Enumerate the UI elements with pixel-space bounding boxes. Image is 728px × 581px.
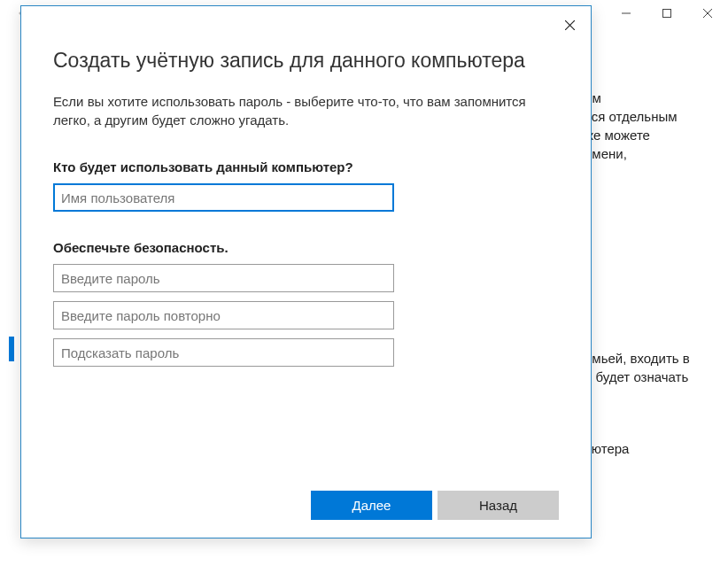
bg-text-line: емени, <box>585 144 728 163</box>
password-input[interactable] <box>53 264 394 292</box>
bg-text-line: емьей, входить в <box>585 349 728 368</box>
bg-text-line: же можете <box>585 126 728 144</box>
username-input[interactable] <box>53 183 394 212</box>
dialog-close-button[interactable] <box>554 12 585 38</box>
bg-text-line: ьютера <box>585 439 728 458</box>
bg-text-line: им <box>585 89 728 107</box>
bg-text-line: ься отдельным <box>585 107 728 126</box>
next-button[interactable]: Далее <box>311 491 432 520</box>
password-hint-input[interactable] <box>53 338 394 367</box>
back-button[interactable]: Назад <box>438 491 559 520</box>
window-controls <box>606 0 728 27</box>
svg-rect-1 <box>663 10 671 18</box>
maximize-button[interactable] <box>647 0 687 27</box>
close-button[interactable] <box>687 0 728 27</box>
minimize-button[interactable] <box>606 0 647 27</box>
create-account-dialog: Создать учётную запись для данного компь… <box>20 5 592 538</box>
bg-text-line: е будет означать <box>585 368 728 386</box>
dialog-description: Если вы хотите использовать пароль - выб… <box>53 92 549 129</box>
dialog-title: Создать учётную запись для данного компь… <box>53 49 559 73</box>
password-confirm-input[interactable] <box>53 301 394 329</box>
bg-content-fragments: им ься отдельным же можете емени, емьей,… <box>585 89 728 458</box>
dialog-footer: Далее Назад <box>53 491 559 522</box>
section-security: Обеспечьте безопасность. <box>53 240 559 255</box>
sidebar-active-mark <box>9 337 14 361</box>
section-who-uses: Кто будет использовать данный компьютер? <box>53 159 559 174</box>
